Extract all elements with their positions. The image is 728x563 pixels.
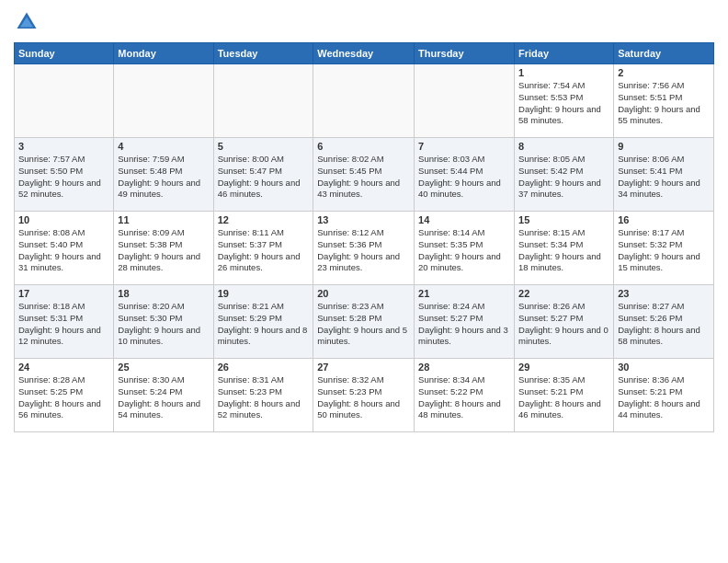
weekday-header-wednesday: Wednesday [313,43,415,64]
weekday-header-saturday: Saturday [614,43,714,64]
calendar-cell: 16Sunrise: 8:17 AM Sunset: 5:32 PM Dayli… [614,212,714,285]
day-info: Sunrise: 8:35 AM Sunset: 5:21 PM Dayligh… [518,374,609,421]
weekday-header-friday: Friday [515,43,614,64]
day-info: Sunrise: 8:26 AM Sunset: 5:27 PM Dayligh… [518,301,609,348]
day-info: Sunrise: 7:57 AM Sunset: 5:50 PM Dayligh… [18,154,109,201]
day-info: Sunrise: 8:08 AM Sunset: 5:40 PM Dayligh… [18,227,109,274]
calendar-cell: 28Sunrise: 8:34 AM Sunset: 5:22 PM Dayli… [415,359,515,432]
calendar-cell: 17Sunrise: 8:18 AM Sunset: 5:31 PM Dayli… [15,285,114,359]
day-info: Sunrise: 8:00 AM Sunset: 5:47 PM Dayligh… [218,154,310,201]
day-number: 8 [518,141,609,152]
calendar-week-row: 3Sunrise: 7:57 AM Sunset: 5:50 PM Daylig… [15,138,714,212]
page-header [14,9,714,35]
day-info: Sunrise: 8:17 AM Sunset: 5:32 PM Dayligh… [618,227,710,274]
day-number: 5 [218,141,310,152]
day-info: Sunrise: 8:11 AM Sunset: 5:37 PM Dayligh… [218,227,310,274]
calendar-cell [114,64,213,138]
calendar-cell: 8Sunrise: 8:05 AM Sunset: 5:42 PM Daylig… [515,138,614,212]
calendar-cell: 24Sunrise: 8:28 AM Sunset: 5:25 PM Dayli… [15,359,114,432]
day-number: 14 [418,214,510,225]
day-number: 6 [317,141,410,152]
calendar-cell: 11Sunrise: 8:09 AM Sunset: 5:38 PM Dayli… [114,212,213,285]
day-number: 15 [518,214,609,225]
day-number: 10 [18,214,109,225]
calendar-cell: 3Sunrise: 7:57 AM Sunset: 5:50 PM Daylig… [15,138,114,212]
day-number: 3 [18,141,109,152]
calendar-cell: 26Sunrise: 8:31 AM Sunset: 5:23 PM Dayli… [213,359,313,432]
day-number: 21 [418,288,510,299]
calendar-week-row: 17Sunrise: 8:18 AM Sunset: 5:31 PM Dayli… [15,285,714,359]
day-number: 2 [618,67,710,78]
day-number: 25 [118,362,209,373]
calendar-cell: 30Sunrise: 8:36 AM Sunset: 5:21 PM Dayli… [614,359,714,432]
day-number: 12 [218,214,310,225]
day-info: Sunrise: 8:21 AM Sunset: 5:29 PM Dayligh… [218,301,310,348]
calendar-week-row: 24Sunrise: 8:28 AM Sunset: 5:25 PM Dayli… [15,359,714,432]
day-info: Sunrise: 8:06 AM Sunset: 5:41 PM Dayligh… [618,154,710,201]
day-number: 20 [317,288,410,299]
calendar-cell: 29Sunrise: 8:35 AM Sunset: 5:21 PM Dayli… [515,359,614,432]
day-info: Sunrise: 8:24 AM Sunset: 5:27 PM Dayligh… [418,301,510,348]
day-info: Sunrise: 8:30 AM Sunset: 5:24 PM Dayligh… [118,374,209,421]
day-info: Sunrise: 8:31 AM Sunset: 5:23 PM Dayligh… [218,374,310,421]
day-number: 19 [218,288,310,299]
day-number: 30 [618,362,710,373]
day-info: Sunrise: 8:23 AM Sunset: 5:28 PM Dayligh… [317,301,410,348]
calendar-cell: 25Sunrise: 8:30 AM Sunset: 5:24 PM Dayli… [114,359,213,432]
calendar-cell [415,64,515,138]
day-number: 17 [18,288,109,299]
calendar-cell [213,64,313,138]
calendar-cell: 22Sunrise: 8:26 AM Sunset: 5:27 PM Dayli… [515,285,614,359]
day-info: Sunrise: 7:54 AM Sunset: 5:53 PM Dayligh… [518,80,609,127]
day-info: Sunrise: 8:27 AM Sunset: 5:26 PM Dayligh… [618,301,710,348]
day-info: Sunrise: 8:18 AM Sunset: 5:31 PM Dayligh… [18,301,109,348]
calendar-cell: 6Sunrise: 8:02 AM Sunset: 5:45 PM Daylig… [313,138,415,212]
weekday-header-monday: Monday [114,43,213,64]
calendar-cell: 7Sunrise: 8:03 AM Sunset: 5:44 PM Daylig… [415,138,515,212]
page-container: SundayMondayTuesdayWednesdayThursdayFrid… [0,0,728,563]
weekday-header-tuesday: Tuesday [213,43,313,64]
calendar-week-row: 1Sunrise: 7:54 AM Sunset: 5:53 PM Daylig… [15,64,714,138]
day-info: Sunrise: 8:32 AM Sunset: 5:23 PM Dayligh… [317,374,410,421]
day-number: 16 [618,214,710,225]
day-number: 4 [118,141,209,152]
day-info: Sunrise: 8:12 AM Sunset: 5:36 PM Dayligh… [317,227,410,274]
calendar-cell: 10Sunrise: 8:08 AM Sunset: 5:40 PM Dayli… [15,212,114,285]
day-number: 29 [518,362,609,373]
calendar-cell: 2Sunrise: 7:56 AM Sunset: 5:51 PM Daylig… [614,64,714,138]
calendar-cell: 4Sunrise: 7:59 AM Sunset: 5:48 PM Daylig… [114,138,213,212]
logo-icon [14,9,40,35]
calendar-cell [313,64,415,138]
day-number: 24 [18,362,109,373]
day-number: 28 [418,362,510,373]
calendar-cell: 19Sunrise: 8:21 AM Sunset: 5:29 PM Dayli… [213,285,313,359]
calendar-cell: 20Sunrise: 8:23 AM Sunset: 5:28 PM Dayli… [313,285,415,359]
day-info: Sunrise: 8:20 AM Sunset: 5:30 PM Dayligh… [118,301,209,348]
logo [14,9,43,35]
day-number: 26 [218,362,310,373]
calendar-cell: 1Sunrise: 7:54 AM Sunset: 5:53 PM Daylig… [515,64,614,138]
calendar-cell: 9Sunrise: 8:06 AM Sunset: 5:41 PM Daylig… [614,138,714,212]
day-number: 22 [518,288,609,299]
day-info: Sunrise: 8:15 AM Sunset: 5:34 PM Dayligh… [518,227,609,274]
day-info: Sunrise: 8:14 AM Sunset: 5:35 PM Dayligh… [418,227,510,274]
calendar-cell: 13Sunrise: 8:12 AM Sunset: 5:36 PM Dayli… [313,212,415,285]
calendar-cell: 5Sunrise: 8:00 AM Sunset: 5:47 PM Daylig… [213,138,313,212]
calendar-cell: 18Sunrise: 8:20 AM Sunset: 5:30 PM Dayli… [114,285,213,359]
day-info: Sunrise: 8:34 AM Sunset: 5:22 PM Dayligh… [418,374,510,421]
day-number: 7 [418,141,510,152]
day-info: Sunrise: 8:28 AM Sunset: 5:25 PM Dayligh… [18,374,109,421]
day-info: Sunrise: 8:05 AM Sunset: 5:42 PM Dayligh… [518,154,609,201]
calendar-cell: 27Sunrise: 8:32 AM Sunset: 5:23 PM Dayli… [313,359,415,432]
calendar-cell: 15Sunrise: 8:15 AM Sunset: 5:34 PM Dayli… [515,212,614,285]
day-number: 27 [317,362,410,373]
day-number: 1 [518,67,609,78]
calendar-cell: 12Sunrise: 8:11 AM Sunset: 5:37 PM Dayli… [213,212,313,285]
calendar-table: SundayMondayTuesdayWednesdayThursdayFrid… [14,42,714,432]
day-info: Sunrise: 8:09 AM Sunset: 5:38 PM Dayligh… [118,227,209,274]
day-number: 11 [118,214,209,225]
weekday-header-row: SundayMondayTuesdayWednesdayThursdayFrid… [15,43,714,64]
day-number: 23 [618,288,710,299]
weekday-header-sunday: Sunday [15,43,114,64]
weekday-header-thursday: Thursday [415,43,515,64]
